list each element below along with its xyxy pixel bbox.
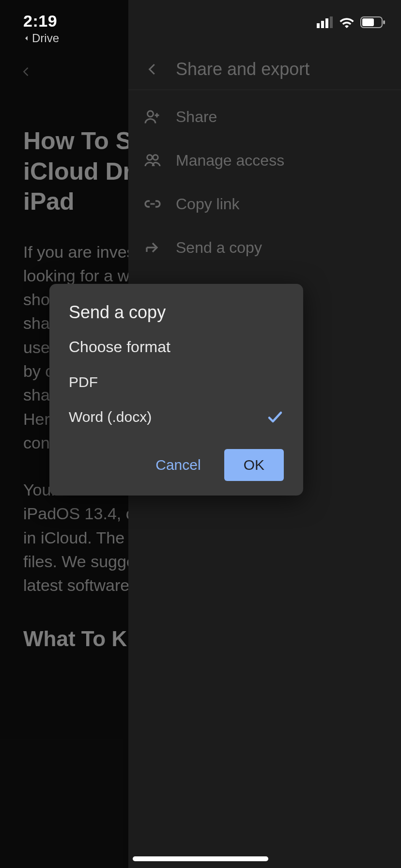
format-option-label: PDF bbox=[69, 374, 98, 390]
svg-rect-5 bbox=[325, 18, 328, 28]
send-a-copy-dialog: Send a copy Choose format PDF Word (.doc… bbox=[49, 284, 303, 496]
format-option-pdf[interactable]: PDF bbox=[69, 373, 284, 391]
ok-button[interactable]: OK bbox=[224, 449, 284, 481]
svg-rect-4 bbox=[321, 21, 324, 28]
battery-icon bbox=[360, 16, 386, 28]
home-indicator[interactable] bbox=[133, 856, 268, 861]
check-icon bbox=[266, 408, 284, 426]
dialog-title: Send a copy bbox=[69, 302, 284, 323]
svg-rect-3 bbox=[317, 23, 320, 28]
wifi-icon bbox=[339, 16, 355, 28]
format-option-label: Word (.docx) bbox=[69, 409, 152, 425]
cancel-button[interactable]: Cancel bbox=[150, 450, 206, 480]
dialog-actions: Cancel OK bbox=[69, 449, 284, 481]
format-option-word[interactable]: Word (.docx) bbox=[69, 408, 284, 426]
check-icon bbox=[266, 373, 284, 391]
dialog-subtitle: Choose format bbox=[69, 338, 284, 356]
status-back-to-app[interactable]: Drive bbox=[23, 31, 59, 45]
cellular-icon bbox=[317, 16, 333, 28]
svg-rect-6 bbox=[330, 16, 333, 28]
svg-rect-9 bbox=[383, 20, 385, 24]
status-back-app-label: Drive bbox=[32, 31, 59, 45]
svg-rect-8 bbox=[362, 18, 374, 26]
status-bar: 2:19 Drive bbox=[0, 0, 401, 48]
status-time: 2:19 bbox=[23, 12, 59, 31]
